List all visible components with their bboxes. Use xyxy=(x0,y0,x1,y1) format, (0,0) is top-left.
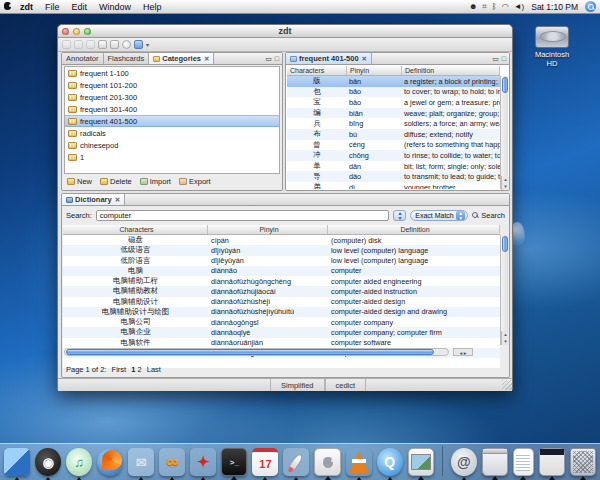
col-definition[interactable]: Definition xyxy=(328,225,500,234)
terminal-icon[interactable]: >_ xyxy=(221,448,247,476)
itunes-icon[interactable]: ♫ xyxy=(66,448,92,476)
toolbar-history-icon[interactable] xyxy=(122,40,131,49)
tree-item-frequent-101-200[interactable]: frequent 101-200 xyxy=(65,79,279,91)
table-row[interactable]: 单dānbit; list; form; single; only; sole xyxy=(287,161,500,172)
table-row[interactable]: 磁盘cípán(computer) disk xyxy=(63,235,500,245)
view-maximize-icon[interactable]: □ xyxy=(502,55,506,62)
col-pinyin[interactable]: Pinyin xyxy=(208,225,328,234)
tree-item-frequent-1-100[interactable]: frequent 1-100 xyxy=(65,67,279,79)
category-vscrollbar[interactable] xyxy=(500,76,508,189)
mail-at-icon[interactable]: @ xyxy=(451,448,477,476)
minimized-dark-window-icon[interactable] xyxy=(539,448,565,476)
tree-item-1[interactable]: 1 xyxy=(65,151,279,163)
finder-icon[interactable] xyxy=(4,448,30,476)
search-history-stepper[interactable]: ▲▼ xyxy=(393,210,406,221)
view-maximize-icon[interactable]: □ xyxy=(275,55,279,62)
wifi-icon[interactable]: ◠ xyxy=(502,2,509,11)
table-row[interactable]: 冲chōngto rinse; to collide; to water; to… xyxy=(287,150,500,161)
toolbar-home-icon[interactable] xyxy=(86,40,95,49)
category-table[interactable]: 版bǎna register; a block of printing; an … xyxy=(287,76,500,189)
tree-item-chinesepod[interactable]: chinesepod xyxy=(65,139,279,151)
dictionary-hscrollbar[interactable] xyxy=(64,348,449,356)
table-row[interactable]: 曾céng(refers to something that happene xyxy=(287,140,500,151)
page-2-link[interactable]: 2 xyxy=(138,365,142,374)
orange-rings-app-icon[interactable]: ∞ xyxy=(159,448,185,476)
table-row[interactable]: 布bùdiffuse; extend; notify xyxy=(287,129,500,140)
table-row[interactable]: 版bǎna register; a block of printing; an … xyxy=(287,76,500,87)
minimized-window-icon[interactable] xyxy=(482,448,508,476)
iphoto-icon[interactable] xyxy=(408,448,434,476)
tab-frequent-401-500[interactable]: frequent 401-500 ✕ xyxy=(286,53,372,64)
col-definition[interactable]: Definition xyxy=(402,66,500,75)
tree-item-radicals[interactable]: radicals xyxy=(65,127,279,139)
quicktime-icon[interactable]: Q xyxy=(377,448,403,476)
table-row[interactable]: 包bāoto cover; to wrap; to hold; to inclu xyxy=(287,87,500,98)
charset-mode-cell[interactable]: Simplified xyxy=(270,379,325,391)
resize-grip[interactable] xyxy=(502,380,512,390)
col-characters[interactable]: Characters xyxy=(63,225,208,234)
system-prefs-icon[interactable] xyxy=(314,448,340,476)
menu-item-zdt[interactable]: zdt xyxy=(14,2,39,12)
tree-item-frequent-201-300[interactable]: frequent 201-300 xyxy=(65,91,279,103)
tab-close-icon[interactable]: ✕ xyxy=(204,55,209,63)
bluetooth-icon[interactable]: ᛒ xyxy=(492,2,497,11)
ical-icon[interactable]: 17 xyxy=(252,448,278,476)
scroll-thumb[interactable] xyxy=(502,77,508,93)
tab-close-icon[interactable]: ✕ xyxy=(362,55,367,63)
toolbar-dropdown-caret-icon[interactable]: ▾ xyxy=(146,41,149,48)
macintosh-hd-icon[interactable]: Macintosh HD xyxy=(530,26,574,68)
spotlight-icon[interactable] xyxy=(585,1,596,12)
toolbar-back-icon[interactable] xyxy=(62,40,71,49)
tab-dictionary[interactable]: Dictionary ✕ xyxy=(62,194,125,205)
table-row[interactable]: 电脑辅助设计与绘图diànnǎofǔzhùshèjìyǔhuìtúcompute… xyxy=(63,307,500,317)
scroll-thumb[interactable] xyxy=(502,236,508,252)
table-row[interactable]: 宝bǎoa jewel or gem; a treasure; precio xyxy=(287,97,500,108)
page-first-link[interactable]: First xyxy=(112,365,127,374)
category-tree[interactable]: frequent 1-100frequent 101-200frequent 2… xyxy=(64,66,280,174)
scroll-thumb[interactable] xyxy=(66,349,434,355)
apple-menu[interactable] xyxy=(0,2,14,12)
menu-item-window[interactable]: Window xyxy=(93,2,137,12)
tab-flashcards[interactable]: Flashcards xyxy=(104,53,150,64)
menu-item-help[interactable]: Help xyxy=(137,2,168,12)
table-row[interactable]: 电脑辅助教材diànnǎofǔzhùjiàocáicomputer-aided … xyxy=(63,286,500,296)
toolbar-import-icon[interactable] xyxy=(98,40,107,49)
table-row[interactable]: 电脑diànnǎocomputer xyxy=(63,266,500,276)
dashboard-icon[interactable]: ◉ xyxy=(35,448,61,476)
search-input[interactable]: computer xyxy=(96,210,390,221)
table-row[interactable]: 低级语言dījíyǔyánlow level (computer) langua… xyxy=(63,245,500,255)
table-row[interactable]: 电脑公司diànnǎogōngsīcomputer company xyxy=(63,317,500,327)
firefox-icon[interactable] xyxy=(97,448,123,476)
export-button[interactable]: Export xyxy=(179,177,211,186)
user-icon[interactable]: ☻ xyxy=(469,2,477,11)
tab-categories[interactable]: Categories ✕ xyxy=(149,53,214,64)
tab-annotator[interactable]: Annotator xyxy=(62,53,104,64)
col-pinyin[interactable]: Pinyin xyxy=(347,66,402,75)
delete-button[interactable]: Delete xyxy=(100,177,132,186)
volume-icon[interactable]: ◄) xyxy=(514,2,525,11)
page-1-link[interactable]: 1 xyxy=(131,365,135,374)
dictionary-source-cell[interactable]: cedict xyxy=(325,379,367,391)
menu-item-edit[interactable]: Edit xyxy=(66,2,94,12)
view-minimize-icon[interactable]: ▭ xyxy=(265,55,272,63)
tab-close-icon[interactable]: ✕ xyxy=(115,196,120,204)
toolbar-perspective-icon[interactable] xyxy=(134,40,143,49)
table-row[interactable]: 编biānweave; plait; organize; group; arra xyxy=(287,108,500,119)
col-characters[interactable]: Characters xyxy=(287,66,347,75)
toolbar-export-icon[interactable] xyxy=(110,40,119,49)
table-row[interactable]: 导dǎoto transmit; to lead; to guide; to c xyxy=(287,171,500,182)
import-button[interactable]: Import xyxy=(140,177,171,186)
window-title-bar[interactable]: zdt xyxy=(58,25,512,38)
toolbar-forward-icon[interactable] xyxy=(74,40,83,49)
page-last-link[interactable]: Last xyxy=(147,365,161,374)
table-row[interactable]: 电脑辅助工程diànnǎofǔzhùgōngchéngcomputer aide… xyxy=(63,276,500,286)
table-row[interactable]: 电脑辅助设计diànnǎofǔzhùshèjìcomputer-aided de… xyxy=(63,297,500,307)
table-row[interactable]: 电脑软件diànnǎoruǎnjiàncomputer software xyxy=(63,338,500,348)
table-row[interactable]: 兵bīngsoldiers; a force; an army; weapon xyxy=(287,118,500,129)
tree-item-frequent-301-400[interactable]: frequent 301-400 xyxy=(65,103,279,115)
table-row[interactable]: 低阶语言dījiēyǔyánlow level (computer) langu… xyxy=(63,256,500,266)
graffiti-app-icon[interactable]: ✦ xyxy=(190,448,216,476)
menu-clock[interactable]: Sat 1:10 PM xyxy=(529,2,580,12)
ghost-app-icon[interactable]: ✉ xyxy=(128,448,154,476)
menu-item-file[interactable]: File xyxy=(39,2,66,12)
